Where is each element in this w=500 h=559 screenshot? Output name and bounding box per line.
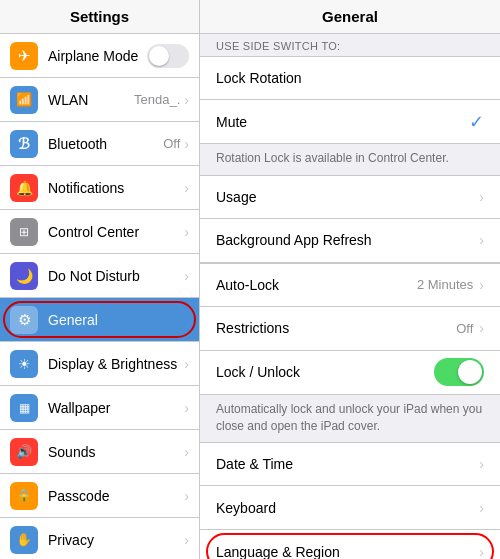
wallpaper-icon: ▦ — [10, 394, 38, 422]
passcode-label: Passcode — [48, 488, 184, 504]
bluetooth-chevron: › — [184, 136, 189, 152]
auto-lock-row[interactable]: Auto-Lock 2 Minutes › — [200, 263, 500, 307]
bluetooth-value: Off — [163, 136, 180, 151]
lock-rotation-row[interactable]: Lock Rotation — [200, 56, 500, 100]
notifications-chevron: › — [184, 180, 189, 196]
rotation-lock-hint: Rotation Lock is available in Control Ce… — [200, 144, 500, 175]
wallpaper-label: Wallpaper — [48, 400, 184, 416]
sidebar-item-control-center[interactable]: ⊞ Control Center › — [0, 210, 199, 254]
restrictions-chevron: › — [479, 320, 484, 336]
sidebar-item-do-not-disturb[interactable]: 🌙 Do Not Disturb › — [0, 254, 199, 298]
sidebar-item-general[interactable]: ⚙ General — [0, 298, 199, 342]
restrictions-row[interactable]: Restrictions Off › — [200, 307, 500, 351]
do-not-disturb-icon: 🌙 — [10, 262, 38, 290]
wlan-chevron: › — [184, 92, 189, 108]
sidebar-item-display-brightness[interactable]: ☀ Display & Brightness › — [0, 342, 199, 386]
notifications-label: Notifications — [48, 180, 184, 196]
sidebar-item-wlan[interactable]: 📶 WLAN Tenda_. › — [0, 78, 199, 122]
general-label: General — [48, 312, 189, 328]
date-time-row[interactable]: Date & Time › — [200, 442, 500, 486]
usage-chevron: › — [479, 189, 484, 205]
control-center-label: Control Center — [48, 224, 184, 240]
display-brightness-icon: ☀ — [10, 350, 38, 378]
sidebar-item-wallpaper[interactable]: ▦ Wallpaper › — [0, 386, 199, 430]
background-app-refresh-row[interactable]: Background App Refresh › — [200, 219, 500, 263]
privacy-chevron: › — [184, 532, 189, 548]
sounds-label: Sounds — [48, 444, 184, 460]
restrictions-value: Off — [456, 321, 473, 336]
lock-rotation-label: Lock Rotation — [216, 70, 484, 86]
do-not-disturb-chevron: › — [184, 268, 189, 284]
keyboard-row[interactable]: Keyboard › — [200, 486, 500, 530]
language-region-label: Language & Region — [216, 544, 479, 559]
language-region-row[interactable]: Language & Region › — [200, 530, 500, 559]
control-center-chevron: › — [184, 224, 189, 240]
sidebar-item-bluetooth[interactable]: ℬ Bluetooth Off › — [0, 122, 199, 166]
mute-row[interactable]: Mute ✓ — [200, 100, 500, 144]
do-not-disturb-label: Do Not Disturb — [48, 268, 184, 284]
usage-row[interactable]: Usage › — [200, 175, 500, 219]
sidebar-item-sounds[interactable]: 🔊 Sounds › — [0, 430, 199, 474]
lock-unlock-label: Lock / Unlock — [216, 364, 434, 380]
passcode-chevron: › — [184, 488, 189, 504]
sidebar: Settings ✈ Airplane Mode 📶 WLAN Tenda_. … — [0, 0, 200, 559]
lock-unlock-row[interactable]: Lock / Unlock — [200, 351, 500, 395]
passcode-icon: 🔒 — [10, 482, 38, 510]
wlan-value: Tenda_. — [134, 92, 180, 107]
date-time-label: Date & Time — [216, 456, 479, 472]
general-icon: ⚙ — [10, 306, 38, 334]
wallpaper-chevron: › — [184, 400, 189, 416]
airplane-mode-toggle[interactable] — [147, 44, 189, 68]
auto-lock-value: 2 Minutes — [417, 277, 473, 292]
notifications-icon: 🔔 — [10, 174, 38, 202]
restrictions-label: Restrictions — [216, 320, 456, 336]
privacy-icon: ✋ — [10, 526, 38, 554]
background-app-refresh-chevron: › — [479, 232, 484, 248]
display-brightness-chevron: › — [184, 356, 189, 372]
mute-checkmark: ✓ — [469, 111, 484, 133]
mute-label: Mute — [216, 114, 469, 130]
sidebar-item-passcode[interactable]: 🔒 Passcode › — [0, 474, 199, 518]
side-switch-section-label: USE SIDE SWITCH TO: — [200, 34, 500, 56]
bluetooth-icon: ℬ — [10, 130, 38, 158]
sounds-icon: 🔊 — [10, 438, 38, 466]
sidebar-item-privacy[interactable]: ✋ Privacy › — [0, 518, 199, 559]
airplane-mode-icon: ✈ — [10, 42, 38, 70]
privacy-label: Privacy — [48, 532, 184, 548]
wlan-label: WLAN — [48, 92, 134, 108]
keyboard-label: Keyboard — [216, 500, 479, 516]
language-region-chevron: › — [479, 544, 484, 559]
control-center-icon: ⊞ — [10, 218, 38, 246]
sidebar-item-airplane-mode[interactable]: ✈ Airplane Mode — [0, 34, 199, 78]
main-panel: General USE SIDE SWITCH TO: Lock Rotatio… — [200, 0, 500, 559]
sidebar-item-notifications[interactable]: 🔔 Notifications › — [0, 166, 199, 210]
auto-lock-label: Auto-Lock — [216, 277, 417, 293]
auto-lock-chevron: › — [479, 277, 484, 293]
bluetooth-label: Bluetooth — [48, 136, 163, 152]
lock-unlock-toggle[interactable] — [434, 358, 484, 386]
sounds-chevron: › — [184, 444, 189, 460]
sidebar-title: Settings — [0, 0, 199, 34]
background-app-refresh-label: Background App Refresh — [216, 232, 479, 248]
usage-label: Usage — [216, 189, 479, 205]
keyboard-chevron: › — [479, 500, 484, 516]
lock-unlock-hint: Automatically lock and unlock your iPad … — [200, 395, 500, 443]
display-brightness-label: Display & Brightness — [48, 356, 184, 372]
main-title: General — [200, 0, 500, 34]
wlan-icon: 📶 — [10, 86, 38, 114]
date-time-chevron: › — [479, 456, 484, 472]
airplane-mode-label: Airplane Mode — [48, 48, 147, 64]
